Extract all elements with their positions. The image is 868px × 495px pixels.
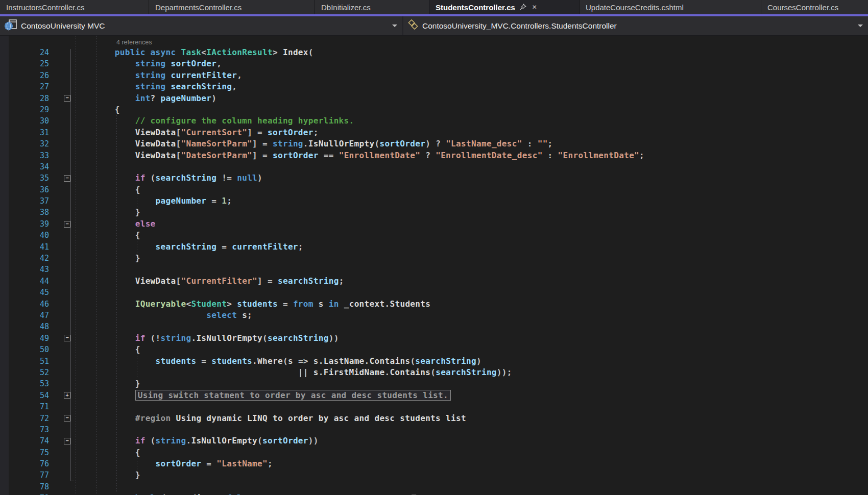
code-line-47[interactable]: 47 select s;: [0, 310, 868, 321]
line-number: 75: [0, 447, 49, 458]
line-number: 37: [0, 195, 49, 207]
line-number: 71: [0, 401, 49, 412]
code-line-52[interactable]: 52 || s.FirstMidName.Contains(searchStri…: [0, 367, 868, 378]
line-number: 77: [0, 469, 49, 481]
code-line-53[interactable]: 53 }: [0, 378, 868, 389]
code-line-37[interactable]: 37 pageNumber = 1;: [0, 195, 868, 207]
tab-updatecoursecredits-cshtml[interactable]: UpdateCourseCredits.cshtml: [580, 0, 761, 14]
code-line-45[interactable]: 45: [0, 287, 868, 298]
code-editor[interactable]: 4 references 24 public async Task<IActio…: [0, 36, 868, 495]
collapse-region-icon[interactable]: −: [64, 415, 70, 422]
code-line-43[interactable]: 43: [0, 264, 868, 275]
code-line-38[interactable]: 38 }: [0, 207, 868, 218]
line-number: 26: [0, 70, 49, 81]
code-text: {: [74, 344, 140, 355]
code-text: {: [74, 447, 140, 458]
code-line-33[interactable]: 33 ViewData["DateSortParm"] = sortOrder …: [0, 150, 868, 161]
code-text: {: [74, 104, 120, 115]
line-number: 52: [0, 367, 49, 378]
tab-label: DepartmentsController.cs: [155, 3, 242, 12]
code-text: }: [74, 469, 140, 481]
chevron-down-icon: [858, 24, 863, 27]
code-text: string currentFilter,: [74, 70, 242, 81]
line-number: 43: [0, 264, 49, 275]
code-line-40[interactable]: 40 {: [0, 230, 868, 241]
collapse-region-icon[interactable]: −: [64, 335, 70, 341]
code-text: // configure the column heading hyperlin…: [74, 115, 354, 127]
code-line-48[interactable]: 48: [0, 321, 868, 332]
code-line-74[interactable]: 74− if (string.IsNullOrEmpty(sortOrder)): [0, 435, 868, 447]
code-line-31[interactable]: 31 ViewData["CurrentSort"] = sortOrder;: [0, 127, 868, 138]
line-number: 38: [0, 207, 49, 218]
code-text: if (searchString != null): [74, 172, 262, 184]
code-text: Using switch statment to order by asc an…: [74, 390, 451, 401]
code-text: #region Using dynamic LINQ to order by a…: [74, 413, 466, 424]
code-line-72[interactable]: 72− #region Using dynamic LINQ to order …: [0, 413, 868, 424]
collapse-region-icon[interactable]: −: [64, 438, 70, 444]
code-text: ViewData["NameSortParm"] = string.IsNull…: [74, 138, 553, 150]
code-text: IQueryable<Student> students = from s in…: [74, 299, 430, 310]
codelens-references[interactable]: 4 references: [0, 36, 868, 47]
fold-slot: −: [49, 221, 74, 228]
tab-departmentscontroller-cs[interactable]: DepartmentsController.cs: [149, 0, 315, 14]
code-line-28[interactable]: 28− int? pageNumber): [0, 93, 868, 104]
line-number: 79: [0, 492, 49, 495]
line-number: 29: [0, 104, 49, 115]
code-line-30[interactable]: 30 // configure the column heading hyper…: [0, 115, 868, 127]
code-line-49[interactable]: 49− if (!string.IsNullOrEmpty(searchStri…: [0, 333, 868, 344]
close-icon[interactable]: ✕: [532, 4, 537, 11]
collapse-region-icon[interactable]: −: [64, 221, 70, 228]
code-line-26[interactable]: 26 string currentFilter,: [0, 70, 868, 81]
line-number: 41: [0, 241, 49, 253]
code-line-71[interactable]: 71: [0, 401, 868, 412]
code-line-76[interactable]: 76 sortOrder = "LastName";: [0, 458, 868, 469]
code-line-46[interactable]: 46 IQueryable<Student> students = from s…: [0, 299, 868, 310]
code-line-51[interactable]: 51 students = students.Where(s => s.Last…: [0, 356, 868, 367]
code-text: int? pageNumber): [74, 93, 216, 104]
pin-icon[interactable]: [520, 3, 526, 12]
collapse-region-icon[interactable]: −: [64, 175, 70, 182]
line-number: 40: [0, 230, 49, 241]
code-text: ViewData["CurrentFilter"] = searchString…: [74, 276, 344, 287]
code-text: || s.FirstMidName.Contains(searchString)…: [74, 367, 512, 378]
code-line-36[interactable]: 36 {: [0, 184, 868, 195]
project-dropdown[interactable]: ContosoUniversity MVC: [0, 16, 403, 35]
line-number: 46: [0, 299, 49, 310]
line-number: 44: [0, 276, 49, 287]
code-text: {: [74, 230, 140, 241]
tab-instructorscontroller-cs[interactable]: InstructorsController.cs: [0, 0, 149, 14]
code-line-34[interactable]: 34: [0, 161, 868, 172]
code-line-27[interactable]: 27 string searchString,: [0, 81, 868, 92]
type-dropdown[interactable]: ContosoUniversity_MVC.Controllers.Studen…: [403, 16, 868, 35]
line-number: 50: [0, 344, 49, 355]
code-text: ViewData["DateSortParm"] = sortOrder == …: [74, 150, 644, 161]
line-number: 73: [0, 424, 49, 435]
code-line-54[interactable]: 54+ Using switch statment to order by as…: [0, 390, 868, 401]
code-line-50[interactable]: 50 {: [0, 344, 868, 355]
code-line-77[interactable]: 77 }: [0, 469, 868, 481]
code-text: searchString = currentFilter;: [74, 241, 303, 253]
fold-slot: −: [49, 335, 74, 341]
code-line-35[interactable]: 35− if (searchString != null): [0, 172, 868, 184]
code-line-41[interactable]: 41 searchString = currentFilter;: [0, 241, 868, 253]
expand-region-icon[interactable]: +: [64, 392, 70, 399]
code-line-32[interactable]: 32 ViewData["NameSortParm"] = string.IsN…: [0, 138, 868, 150]
line-number: 31: [0, 127, 49, 138]
type-dropdown-label: ContosoUniversity_MVC.Controllers.Studen…: [422, 21, 854, 31]
code-line-73[interactable]: 73: [0, 424, 868, 435]
code-line-42[interactable]: 42 }: [0, 253, 868, 264]
tab-dbinitializer-cs[interactable]: DbInitializer.cs: [315, 0, 429, 14]
code-line-29[interactable]: 29 {: [0, 104, 868, 115]
code-line-39[interactable]: 39− else: [0, 218, 868, 230]
tab-label: DbInitializer.cs: [321, 3, 371, 12]
collapse-region-icon[interactable]: −: [64, 95, 70, 102]
code-line-25[interactable]: 25 string sortOrder,: [0, 58, 868, 69]
collapsed-region-text[interactable]: Using switch statment to order by asc an…: [135, 390, 451, 401]
tab-coursescontroller-cs[interactable]: CoursesController.cs: [761, 0, 868, 14]
fold-slot: −: [49, 415, 74, 422]
code-line-24[interactable]: 24 public async Task<IActionResult> Inde…: [0, 47, 868, 58]
tab-studentscontroller-cs[interactable]: StudentsController.cs✕: [429, 0, 580, 14]
code-line-75[interactable]: 75 {: [0, 447, 868, 458]
code-line-44[interactable]: 44 ViewData["CurrentFilter"] = searchStr…: [0, 276, 868, 287]
line-number: 39: [0, 218, 49, 230]
